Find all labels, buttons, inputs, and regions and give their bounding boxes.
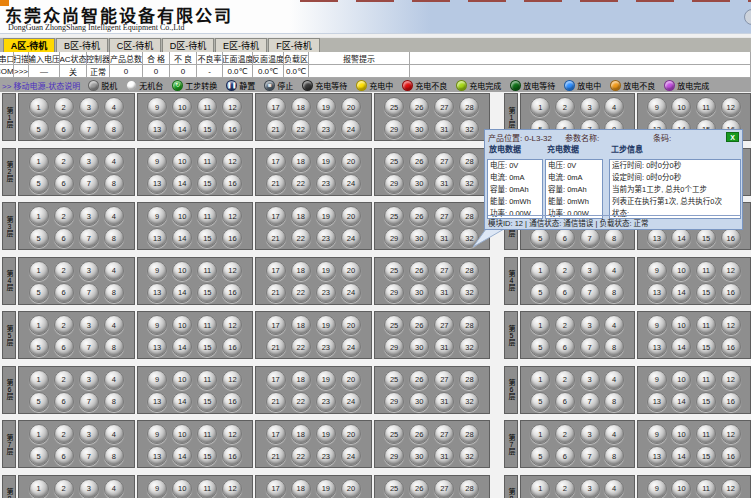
cell-button-left-L7-13[interactable]: 13 <box>147 446 167 466</box>
cell-button-right-L1-12[interactable]: 12 <box>721 97 741 117</box>
cell-button-right-L6-2[interactable]: 2 <box>555 370 575 390</box>
cell-button-left-L1-16[interactable]: 16 <box>222 119 242 139</box>
cell-button-left-L5-2[interactable]: 2 <box>54 315 74 335</box>
cell-button-left-L4-8[interactable]: 8 <box>104 283 124 303</box>
cell-button-left-L6-7[interactable]: 7 <box>79 392 99 412</box>
cell-button-left-L5-4[interactable]: 4 <box>104 315 124 335</box>
cell-button-left-L7-7[interactable]: 7 <box>79 446 99 466</box>
cell-button-left-L7-22[interactable]: 22 <box>291 446 311 466</box>
cell-button-left-L5-29[interactable]: 29 <box>384 337 404 357</box>
cell-button-right-L1-3[interactable]: 3 <box>580 97 600 117</box>
cell-button-left-L4-28[interactable]: 28 <box>459 261 479 281</box>
cell-button-left-L6-14[interactable]: 14 <box>172 392 192 412</box>
cell-button-left-L7-4[interactable]: 4 <box>104 424 124 444</box>
cell-button-left-L1-13[interactable]: 13 <box>147 119 167 139</box>
cell-button-left-L6-11[interactable]: 11 <box>197 370 217 390</box>
cell-button-left-L1-12[interactable]: 12 <box>222 97 242 117</box>
cell-button-left-L3-14[interactable]: 14 <box>172 228 192 248</box>
cell-button-right-L6-14[interactable]: 14 <box>671 392 691 412</box>
cell-button-left-L1-22[interactable]: 22 <box>291 119 311 139</box>
cell-button-left-L4-25[interactable]: 25 <box>384 261 404 281</box>
cell-button-left-L6-22[interactable]: 22 <box>291 392 311 412</box>
cell-button-left-L6-8[interactable]: 8 <box>104 392 124 412</box>
cell-button-right-L7-13[interactable]: 13 <box>647 446 667 466</box>
cell-button-right-L4-9[interactable]: 9 <box>647 261 667 281</box>
cell-button-right-L6-5[interactable]: 5 <box>530 392 550 412</box>
cell-button-right-L5-12[interactable]: 12 <box>721 315 741 335</box>
cell-button-right-L6-6[interactable]: 6 <box>555 392 575 412</box>
cell-button-left-L4-9[interactable]: 9 <box>147 261 167 281</box>
cell-button-right-L1-11[interactable]: 11 <box>696 97 716 117</box>
cell-button-left-L6-9[interactable]: 9 <box>147 370 167 390</box>
cell-button-left-L4-29[interactable]: 29 <box>384 283 404 303</box>
cell-button-right-L7-6[interactable]: 6 <box>555 446 575 466</box>
cell-button-left-L4-18[interactable]: 18 <box>291 261 311 281</box>
cell-button-left-L4-17[interactable]: 17 <box>266 261 286 281</box>
cell-button-right-L3-5[interactable]: 5 <box>530 228 550 248</box>
cell-button-left-L6-18[interactable]: 18 <box>291 370 311 390</box>
cell-button-left-L8-25[interactable]: 25 <box>384 479 404 498</box>
cell-button-left-L8-3[interactable]: 3 <box>79 479 99 498</box>
cell-button-left-L1-30[interactable]: 30 <box>409 119 429 139</box>
cell-button-right-L7-9[interactable]: 9 <box>647 424 667 444</box>
cell-button-left-L6-16[interactable]: 16 <box>222 392 242 412</box>
cell-button-left-L8-10[interactable]: 10 <box>172 479 192 498</box>
cell-button-left-L8-20[interactable]: 20 <box>341 479 361 498</box>
cell-button-left-L2-27[interactable]: 27 <box>434 152 454 172</box>
cell-button-left-L7-29[interactable]: 29 <box>384 446 404 466</box>
cell-button-left-L3-28[interactable]: 28 <box>459 206 479 226</box>
cell-button-left-L3-15[interactable]: 15 <box>197 228 217 248</box>
cell-button-left-L1-25[interactable]: 25 <box>384 97 404 117</box>
tab-zone-F[interactable]: F区-待机 <box>268 38 320 52</box>
cell-button-left-L4-4[interactable]: 4 <box>104 261 124 281</box>
cell-button-left-L1-19[interactable]: 19 <box>316 97 336 117</box>
cell-button-left-L8-2[interactable]: 2 <box>54 479 74 498</box>
cell-button-left-L3-19[interactable]: 19 <box>316 206 336 226</box>
cell-button-right-L5-14[interactable]: 14 <box>671 337 691 357</box>
cell-button-left-L6-15[interactable]: 15 <box>197 392 217 412</box>
cell-button-right-L6-15[interactable]: 15 <box>696 392 716 412</box>
cell-button-left-L2-9[interactable]: 9 <box>147 152 167 172</box>
cell-button-right-L5-2[interactable]: 2 <box>555 315 575 335</box>
cell-button-right-L7-11[interactable]: 11 <box>696 424 716 444</box>
legend-title[interactable]: >> 移动电源-状态说明 <box>2 80 80 91</box>
cell-button-right-L1-9[interactable]: 9 <box>647 97 667 117</box>
cell-button-right-L3-16[interactable]: 16 <box>721 228 741 248</box>
cell-button-left-L1-8[interactable]: 8 <box>104 119 124 139</box>
cell-button-right-L4-6[interactable]: 6 <box>555 283 575 303</box>
cell-button-left-L7-17[interactable]: 17 <box>266 424 286 444</box>
cell-button-left-L2-6[interactable]: 6 <box>54 174 74 194</box>
cell-button-left-L4-15[interactable]: 15 <box>197 283 217 303</box>
cell-button-left-L4-10[interactable]: 10 <box>172 261 192 281</box>
cell-button-right-L4-5[interactable]: 5 <box>530 283 550 303</box>
cell-button-left-L1-2[interactable]: 2 <box>54 97 74 117</box>
cell-button-left-L8-17[interactable]: 17 <box>266 479 286 498</box>
cell-button-left-L7-25[interactable]: 25 <box>384 424 404 444</box>
cell-button-left-L1-14[interactable]: 14 <box>172 119 192 139</box>
cell-button-left-L1-15[interactable]: 15 <box>197 119 217 139</box>
cell-button-right-L5-11[interactable]: 11 <box>696 315 716 335</box>
cell-button-left-L8-19[interactable]: 19 <box>316 479 336 498</box>
cell-button-right-L8-11[interactable]: 11 <box>696 479 716 498</box>
cell-button-left-L4-5[interactable]: 5 <box>29 283 49 303</box>
cell-button-right-L8-3[interactable]: 3 <box>580 479 600 498</box>
cell-button-left-L2-19[interactable]: 19 <box>316 152 336 172</box>
cell-button-left-L1-20[interactable]: 20 <box>341 97 361 117</box>
cell-button-right-L4-11[interactable]: 11 <box>696 261 716 281</box>
cell-button-left-L5-25[interactable]: 25 <box>384 315 404 335</box>
cell-button-left-L3-23[interactable]: 23 <box>316 228 336 248</box>
cell-button-right-L4-7[interactable]: 7 <box>580 283 600 303</box>
cell-button-right-L6-3[interactable]: 3 <box>580 370 600 390</box>
cell-button-right-L4-2[interactable]: 2 <box>555 261 575 281</box>
cell-button-left-L7-1[interactable]: 1 <box>29 424 49 444</box>
cell-button-left-L1-32[interactable]: 32 <box>459 119 479 139</box>
cell-button-right-L3-8[interactable]: 8 <box>604 228 624 248</box>
cell-button-left-L3-6[interactable]: 6 <box>54 228 74 248</box>
cell-button-left-L5-17[interactable]: 17 <box>266 315 286 335</box>
cell-button-left-L5-5[interactable]: 5 <box>29 337 49 357</box>
cell-button-left-L1-17[interactable]: 17 <box>266 97 286 117</box>
cell-button-left-L7-32[interactable]: 32 <box>459 446 479 466</box>
cell-button-left-L3-24[interactable]: 24 <box>341 228 361 248</box>
cell-button-right-L5-1[interactable]: 1 <box>530 315 550 335</box>
cell-button-right-L7-5[interactable]: 5 <box>530 446 550 466</box>
